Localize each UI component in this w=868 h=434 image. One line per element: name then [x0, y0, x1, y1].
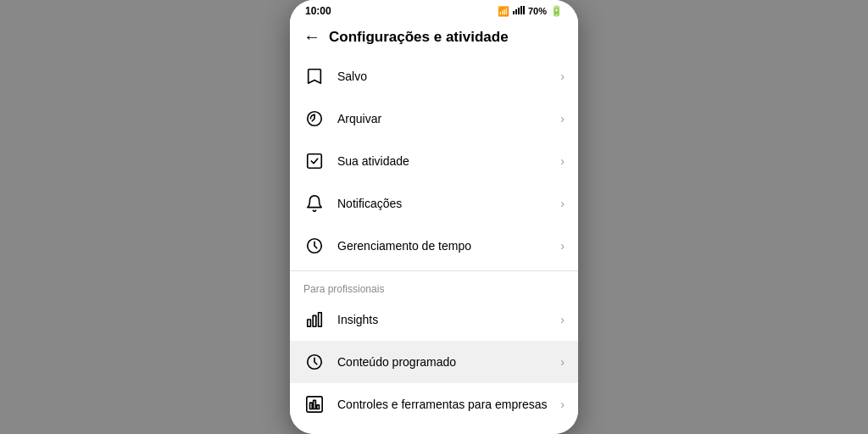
menu-label-gerenciamento: Gerenciamento de tempo	[337, 239, 560, 253]
activity-icon	[303, 150, 326, 172]
phone-screen: 10:00 📶 70% 🔋 ← Configurações e atividad…	[290, 0, 578, 434]
svg-rect-6	[308, 154, 322, 169]
menu-label-salvo: Salvo	[337, 70, 560, 83]
menu-item-arquivar[interactable]: Arquivar ›	[290, 97, 578, 140]
svg-rect-4	[523, 6, 525, 14]
chevron-icon: ›	[560, 239, 565, 253]
svg-rect-3	[520, 6, 522, 14]
chevron-icon: ›	[560, 70, 565, 83]
section-pro-label: Para profissionais	[290, 275, 578, 298]
menu-label-controles: Controles e ferramentas para empresas	[337, 398, 560, 411]
svg-rect-9	[313, 315, 316, 326]
menu-item-sua-atividade[interactable]: Sua atividade ›	[290, 140, 578, 182]
menu-item-notificacoes[interactable]: Notificações ›	[290, 182, 578, 225]
svg-rect-0	[513, 11, 515, 14]
section-divider	[290, 270, 578, 271]
chevron-icon: ›	[560, 313, 565, 326]
svg-rect-10	[319, 313, 322, 327]
archive-icon	[303, 108, 326, 130]
menu-item-controles-empresas[interactable]: Controles e ferramentas para empresas ›	[290, 383, 578, 426]
status-bar: 10:00 📶 70% 🔋	[290, 0, 578, 20]
svg-rect-12	[307, 397, 322, 412]
status-time: 10:00	[305, 5, 331, 17]
menu-label-insights: Insights	[337, 313, 560, 326]
page-header: ← Configurações e atividade	[290, 20, 578, 55]
svg-rect-1	[515, 9, 517, 14]
menu-label-arquivar: Arquivar	[337, 112, 560, 125]
menu-item-conteudo-programado[interactable]: Conteúdo programado ›	[290, 341, 578, 383]
chevron-icon: ›	[560, 154, 565, 168]
menu-item-salvo[interactable]: Salvo ›	[290, 55, 578, 97]
battery-icon: 🔋	[550, 5, 563, 17]
menu-label-notificacoes: Notificações	[337, 197, 560, 210]
clock-icon	[303, 235, 326, 257]
menu-item-insights[interactable]: Insights ›	[290, 298, 578, 341]
svg-rect-8	[308, 320, 311, 326]
signal-icon	[513, 6, 525, 16]
bar-chart2-icon	[303, 393, 326, 415]
menu-item-gerenciamento[interactable]: Gerenciamento de tempo ›	[290, 225, 578, 267]
menu-label-sua-atividade: Sua atividade	[337, 154, 560, 168]
clock2-icon	[303, 351, 326, 373]
svg-rect-2	[518, 8, 520, 14]
chevron-icon: ›	[560, 197, 565, 210]
chevron-icon: ›	[560, 355, 565, 369]
svg-rect-14	[314, 400, 316, 409]
status-icons: 📶 70% 🔋	[498, 5, 563, 17]
menu-item-pagamentos[interactable]: Pagamentos de anúncios ›	[290, 426, 578, 434]
bar-chart-icon	[303, 309, 326, 331]
menu-label-conteudo-programado: Conteúdo programado	[337, 355, 560, 369]
bookmark-icon	[303, 65, 326, 87]
page-title: Configurações e atividade	[329, 29, 509, 46]
menu-content: Salvo › Arquivar › Sua atividade ›	[290, 55, 578, 434]
svg-rect-15	[317, 405, 320, 409]
chevron-icon: ›	[560, 112, 565, 125]
chevron-icon: ›	[560, 398, 565, 411]
wifi-icon: 📶	[498, 6, 509, 17]
back-button[interactable]: ←	[303, 27, 320, 47]
bell-icon	[303, 192, 326, 214]
svg-rect-13	[310, 403, 313, 409]
battery-status: 70%	[528, 6, 547, 16]
